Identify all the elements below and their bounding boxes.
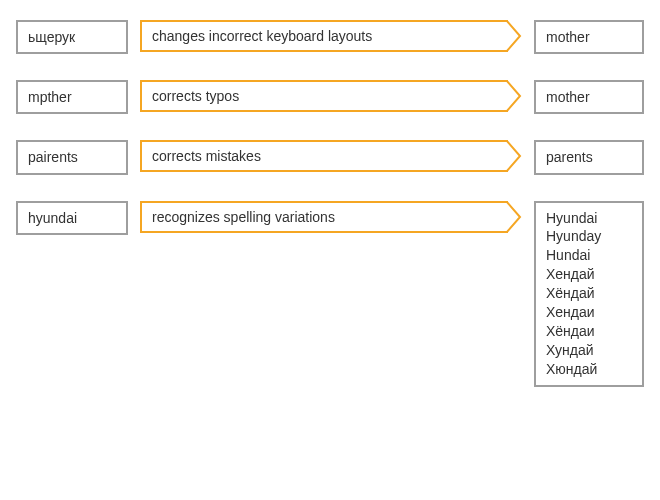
arrow-head-icon [506,140,522,172]
output-variation: Хюндай [546,360,632,379]
transform-label: corrects mistakes [140,140,508,172]
transform-arrow: corrects mistakes [140,140,522,172]
input-cell: ьщерук [16,20,128,54]
output-cell: mother [534,80,644,114]
transform-arrow: corrects typos [140,80,522,112]
arrow-head-icon [506,20,522,52]
arrow-head-icon [506,80,522,112]
output-variation: Хёндай [546,284,632,303]
input-cell: hyundai [16,201,128,235]
output-variation: Hyundai [546,209,632,228]
transform-label: changes incorrect keyboard layouts [140,20,508,52]
output-variation: Hyunday [546,227,632,246]
transform-arrow: changes incorrect keyboard layouts [140,20,522,52]
input-cell: mpther [16,80,128,114]
output-variation: Hundai [546,246,632,265]
transform-row: hyundairecognizes spelling variationsHyu… [16,201,644,387]
output-cell: parents [534,140,644,174]
transform-row: pairentscorrects mistakesparents [16,140,644,174]
transform-row: ьщерукchanges incorrect keyboard layouts… [16,20,644,54]
output-cell-multi: HyundaiHyundayHundaiХендайХёндайХендаиХё… [534,201,644,387]
transform-label: recognizes spelling variations [140,201,508,233]
output-variation: Хендаи [546,303,632,322]
output-cell: mother [534,20,644,54]
transform-arrow: recognizes spelling variations [140,201,522,233]
output-variation: Хендай [546,265,632,284]
output-variation: Хёндаи [546,322,632,341]
transform-row: mpthercorrects typosmother [16,80,644,114]
input-cell: pairents [16,140,128,174]
output-variation: Хундай [546,341,632,360]
transform-label: corrects typos [140,80,508,112]
arrow-head-icon [506,201,522,233]
